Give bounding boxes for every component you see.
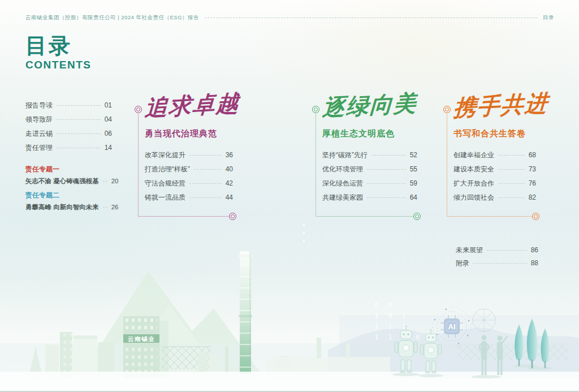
leader-line bbox=[103, 181, 107, 182]
rail-vertical-line bbox=[447, 114, 447, 216]
toc-entry-page: 76 bbox=[529, 179, 536, 187]
svg-text:1 0 1: 1 0 1 bbox=[374, 312, 409, 320]
report-name-text: 云南锡业集团（控股）有限责任公司 | 2024 年社会责任（ESG）报告 bbox=[25, 14, 199, 21]
special-topic-2[interactable]: 责任专题二 勇攀高峰 向新向智向未来 26 bbox=[25, 191, 116, 211]
ground-fade bbox=[0, 372, 579, 390]
toc-entry[interactable]: 共建绿美家园 64 bbox=[322, 193, 417, 201]
toc-entry[interactable]: 创建幸福企业 68 bbox=[453, 151, 536, 159]
special-topic-subtitle: 勇攀高峰 向新向智向未来 bbox=[25, 203, 99, 212]
leader-line bbox=[498, 155, 525, 156]
special-topic-1[interactable]: 责任专题一 矢志不渝 凝心铸魂强根基 20 bbox=[25, 165, 116, 185]
toc-entry[interactable]: 打造治理“样板” 40 bbox=[145, 165, 233, 173]
leader-line bbox=[103, 207, 107, 208]
toc-entry-label: 守法合规经营 bbox=[145, 179, 185, 188]
leader-line bbox=[498, 197, 525, 198]
toc-entry-page: 52 bbox=[410, 151, 417, 159]
leader-line bbox=[498, 183, 525, 184]
toc-entry-page: 44 bbox=[226, 193, 233, 201]
toc-entry-label: 走进云锡 bbox=[25, 129, 53, 139]
leader-line bbox=[371, 155, 406, 156]
front-matter-list: 报告导读 01 领导致辞 04 走进云锡 06 责任管理 14 bbox=[25, 101, 112, 158]
running-header: 云南锡业集团（控股）有限责任公司 | 2024 年社会责任（ESG）报告 目录 bbox=[25, 14, 554, 21]
toc-entry-page: 68 bbox=[529, 151, 536, 159]
svg-text:1 1 1: 1 1 1 bbox=[374, 322, 409, 330]
toc-entry[interactable]: 铸就一流品质 44 bbox=[145, 193, 233, 201]
rail-vertical-line bbox=[316, 114, 316, 216]
toc-entry[interactable]: 改革深化提升 36 bbox=[145, 151, 233, 159]
toc-entry-page: 26 bbox=[111, 204, 119, 210]
leader-line bbox=[194, 169, 222, 170]
toc-entry-label: 深化绿色运营 bbox=[322, 179, 363, 188]
conveyor-truss bbox=[457, 344, 568, 360]
toc-entry-label: 铸就一流品质 bbox=[145, 193, 185, 203]
leader-line bbox=[57, 105, 101, 106]
toc-entry-label: 创建幸福企业 bbox=[453, 150, 494, 160]
toc-entry-label: 改革深化提升 bbox=[145, 150, 185, 160]
toc-page: 云南锡业集团（控股）有限责任公司 | 2024 年社会责任（ESG）报告 目录 … bbox=[0, 0, 579, 392]
toc-entry[interactable]: 报告导读 01 bbox=[25, 101, 112, 109]
chapter-column-2: 逐绿向美 厚植生态文明底色 坚持“碳路”先行 52 优化环境管理 55 深化绿色… bbox=[309, 92, 423, 228]
chapter-subtitle: 厚植生态文明底色 bbox=[322, 128, 395, 139]
toc-entry-page: 04 bbox=[105, 115, 112, 123]
ai-label-text: AI bbox=[448, 322, 456, 331]
toc-entry-page: 20 bbox=[111, 178, 119, 184]
toc-entry-label: 建设本质安全 bbox=[453, 165, 494, 174]
leader-line bbox=[367, 197, 406, 198]
leader-line bbox=[367, 183, 406, 184]
toc-entry-page: 64 bbox=[410, 193, 417, 201]
toc-entry-page: 82 bbox=[529, 193, 536, 201]
rail-vertical-line bbox=[138, 114, 139, 216]
toc-entry[interactable]: 领导致辞 04 bbox=[25, 115, 112, 123]
toc-entry-label: 打造治理“样板” bbox=[145, 165, 190, 174]
toc-entry-page: 55 bbox=[410, 165, 417, 173]
chapter-calligraphy-title: 携手共进 bbox=[453, 87, 550, 123]
chapter-item-list: 改革深化提升 36 打造治理“样板” 40 守法合规经营 42 铸就一流品质 4… bbox=[145, 151, 233, 208]
rail-ring-icon bbox=[443, 106, 451, 113]
toc-entry[interactable]: 优化环境管理 55 bbox=[322, 165, 417, 173]
special-topic-title: 责任专题一 bbox=[25, 165, 116, 174]
toc-entry[interactable]: 倾力回馈社会 82 bbox=[453, 193, 536, 201]
chapter-subtitle: 书写和合共生答卷 bbox=[453, 128, 526, 139]
toc-entry-page: 36 bbox=[226, 151, 233, 159]
svg-text:0 0: 0 0 bbox=[374, 301, 395, 309]
special-topic-subtitle: 矢志不渝 凝心铸魂强根基 bbox=[25, 177, 99, 186]
rail-ring-icon bbox=[135, 106, 142, 113]
toc-entry-label: 报告导读 bbox=[25, 101, 53, 110]
toc-entry-label: 倾力回馈社会 bbox=[453, 193, 494, 203]
toc-entry-label: 领导致辞 bbox=[25, 115, 53, 124]
chapter-column-3: 携手共进 书写和合共生答卷 创建幸福企业 68 建设本质安全 73 扩大开放合作… bbox=[440, 92, 542, 228]
chapter-subtitle: 勇当现代治理典范 bbox=[145, 128, 217, 139]
rail-horizontal-line bbox=[138, 216, 229, 217]
rail-horizontal-line bbox=[316, 216, 413, 217]
toc-entry[interactable]: 坚持“碳路”先行 52 bbox=[322, 151, 417, 159]
toc-entry-page: 73 bbox=[529, 165, 536, 173]
toc-entry-label: 责任管理 bbox=[25, 143, 53, 153]
leader-line bbox=[498, 169, 525, 170]
toc-entry[interactable]: 建设本质安全 73 bbox=[453, 165, 536, 173]
toc-entry[interactable]: 走进云锡 06 bbox=[25, 130, 112, 137]
toc-entry-label: 优化环境管理 bbox=[322, 165, 363, 174]
toc-entry-label: 扩大开放合作 bbox=[453, 179, 494, 188]
rail-ring-icon bbox=[312, 106, 319, 113]
toc-entry-label: 共建绿美家园 bbox=[322, 193, 363, 203]
rail-ring-icon bbox=[532, 213, 539, 220]
toc-entry-page: 59 bbox=[410, 179, 417, 187]
toc-entry[interactable]: 守法合规经营 42 bbox=[145, 179, 233, 187]
leader-line bbox=[57, 148, 101, 148]
toc-entry[interactable]: 责任管理 14 bbox=[25, 144, 112, 152]
leader-line bbox=[189, 183, 222, 184]
toc-entry[interactable]: 深化绿色运营 59 bbox=[322, 179, 417, 187]
leader-line bbox=[367, 169, 406, 170]
toc-entry[interactable]: 扩大开放合作 76 bbox=[453, 179, 536, 187]
toc-entry-page: 01 bbox=[105, 101, 112, 109]
leader-line bbox=[189, 197, 222, 198]
rail-ring-icon bbox=[413, 213, 421, 220]
chapter-calligraphy-title: 逐绿向美 bbox=[322, 87, 418, 123]
leader-line bbox=[57, 119, 101, 120]
chapter-column-1: 追求卓越 勇当现代治理典范 改革深化提升 36 打造治理“样板” 40 守法合规… bbox=[131, 92, 239, 228]
leader-line bbox=[189, 155, 222, 156]
leader-line bbox=[57, 133, 101, 134]
special-topic-title: 责任专题二 bbox=[25, 191, 116, 200]
header-dotted-rule bbox=[205, 18, 537, 18]
page-title-zh: 目录 bbox=[25, 32, 72, 61]
